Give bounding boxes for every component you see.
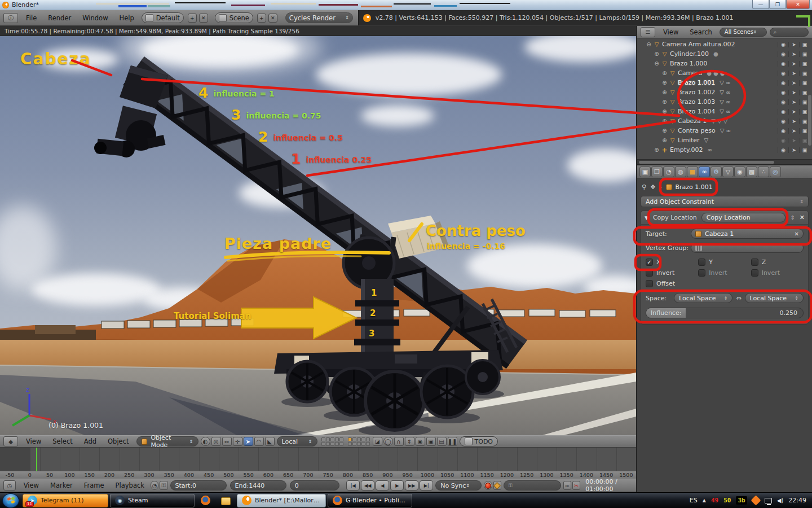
editor-type-button[interactable]: ⓘ [3,13,18,23]
menu-view[interactable]: View [657,28,684,36]
auto-keyframe-button[interactable] [484,481,492,490]
scene-selector[interactable]: Scene [215,12,253,23]
timeline-tracks[interactable] [0,448,636,471]
menu-render[interactable]: Render [42,14,77,22]
cursor-toggle-icon[interactable]: ➤ [788,119,799,124]
tab-constraints[interactable]: ∞ [699,167,710,177]
cursor-toggle-icon[interactable]: ➤ [788,42,799,47]
outliner-item-label[interactable]: Empty.002 [670,146,703,154]
taskbar-button-pinned-firefox[interactable] [196,494,215,507]
manipulate-center-points-button[interactable]: ⇔ [222,437,232,446]
menu-window[interactable]: Window [77,14,113,22]
eye-toggle-icon[interactable]: ◉ [778,99,788,105]
outliner-row[interactable]: ⊕+Empty.002∞◉➤▣ [637,145,812,155]
outliner-item-label[interactable]: Camera Arm altura.002 [662,41,735,48]
viewport-3d[interactable]: x z Cabeza 4influencia = 13influencia = … [0,36,636,435]
taskbar-button-firefox[interactable]: G-Blender • Publicar ... [328,494,412,507]
translate-manipulator-button[interactable]: ✛ [233,437,242,446]
tab-object[interactable]: ■ [687,167,698,177]
prev-keyframe-button[interactable]: ◀◀ [361,480,374,491]
target-field[interactable]: Cabeza 1 ✕ [691,229,804,239]
mode-selector[interactable]: Object Mode ⇕ [136,436,198,446]
cursor-toggle-icon[interactable]: ➤ [788,138,799,143]
network-tray-icon[interactable] [765,498,772,503]
target-space-selector[interactable]: Local Space ⇕ [745,293,804,303]
screen-layout-selector[interactable]: Default [142,12,184,23]
restore-button[interactable]: ❐ [769,0,786,9]
breadcrumb-object[interactable]: Brazo 1.001 [666,183,712,191]
tab-modifiers[interactable]: ⚙ [710,167,722,177]
outliner-row[interactable]: ⊕▽Contra peso▽∞◉➤▣ [637,126,812,135]
render-opengl-button[interactable]: ▣ [426,437,436,446]
menu-frame[interactable]: Frame [78,481,110,489]
rotate-manipulator-button[interactable]: ◠ [254,437,264,446]
menu-select[interactable]: Select [47,437,78,445]
outliner-row[interactable]: ⊕▽Brazo 1.002▽∞◉➤▣ [637,87,812,97]
offset-checkbox[interactable]: Offset [646,280,698,287]
invert-z-checkbox[interactable]: Invert [751,269,804,277]
cursor-toggle-icon[interactable]: ➤ [788,51,799,57]
owner-space-selector[interactable]: Local Space ⇕ [674,293,732,303]
cursor-toggle-icon[interactable]: ➤ [788,109,799,115]
volume-tray-icon[interactable]: ◀) [777,497,784,503]
jump-to-start-button[interactable]: |◀ [346,480,360,491]
tab-material[interactable]: ◉ [734,167,745,177]
eye-toggle-icon[interactable]: ◉ [778,42,788,47]
current-frame-indicator[interactable] [36,448,37,471]
snap-element-button[interactable]: ⇕ [405,437,414,446]
expander-icon[interactable]: ⊕ [661,70,668,76]
language-indicator[interactable]: ES [690,497,698,504]
expander-icon[interactable]: ⊕ [661,128,668,134]
snap-target-button[interactable]: ◉ [416,437,425,446]
eye-toggle-icon[interactable]: ◉ [778,80,788,86]
start-button[interactable] [2,493,19,508]
outliner-search-input[interactable]: ⌕ [770,28,809,37]
expander-icon[interactable]: ⊕ [653,147,660,153]
eye-toggle-icon[interactable]: ◉ [778,109,788,115]
play-button[interactable]: ▶ [390,480,404,491]
outliner-row[interactable]: ⊕▽Brazo 1.004▽∞◉➤▣ [637,107,812,116]
outliner-row[interactable]: ⊕▽Camera●●●◉➤▣ [637,68,812,78]
render-opengl-anim-button[interactable]: ▤ [437,437,447,446]
delete-constraint-button[interactable]: ✕ [800,214,805,221]
menu-marker[interactable]: Marker [45,481,78,489]
taskbar-button-steam[interactable]: Steam [110,494,195,507]
jump-to-end-button[interactable]: ▶| [420,480,433,491]
viewport-shading-button[interactable]: ◐ [201,437,210,446]
tab-scene[interactable]: ◔ [663,167,674,177]
outliner-item-label[interactable]: Brazo 1.004 [678,108,715,115]
menu-search[interactable]: Search [684,28,718,36]
camera-toggle-icon[interactable]: ▣ [799,42,810,47]
pivot-point-button[interactable]: ◎ [211,437,221,446]
layers-grid-1[interactable] [321,437,343,446]
expander-icon[interactable]: ⊖ [645,41,652,47]
constraint-name-field[interactable]: Copy Location [701,213,786,222]
taskbar-button-pinned-explorer[interactable] [217,494,235,507]
window-titlebar[interactable]: Blender* — ❐ ✕ [0,0,812,10]
manipulator-arrow-button[interactable]: ➤ [244,437,253,446]
outliner-item-label[interactable]: Cabeza 1 [678,117,707,125]
outliner-item-label[interactable]: Contra peso [678,127,716,134]
invert-x-checkbox[interactable]: Invert [646,269,698,277]
outliner-hscrollbar[interactable] [637,159,812,164]
eye-toggle-icon[interactable]: ◉ [778,128,788,134]
expander-icon[interactable]: ⊕ [653,51,660,57]
todo-button[interactable]: TODO [460,436,498,446]
outliner-row[interactable]: ⊖▽Camera Arm altura.002◉➤▣ [637,40,812,49]
eye-toggle-icon[interactable]: ◉ [778,61,788,67]
tab-texture[interactable]: ▩ [746,167,757,177]
outliner-item-label[interactable]: Brazo 1.001 [678,79,715,86]
cursor-toggle-icon[interactable]: ➤ [788,128,799,134]
invert-y-checkbox[interactable]: Invert [698,269,751,277]
expander-icon[interactable]: ⊕ [661,80,668,86]
tab-render-layers[interactable]: ❐ [651,167,663,177]
menu-view[interactable]: View [20,437,47,445]
timeline-ruler[interactable]: -500501001502002503003504004505005506006… [0,471,636,479]
taskbar-clock[interactable]: 22:49 [788,497,806,504]
camera-toggle-icon[interactable]: ▣ [799,51,810,57]
tab-world[interactable]: ◍ [675,167,686,177]
eye-toggle-icon[interactable]: ◉ [778,71,788,76]
eye-toggle-icon[interactable]: ◉ [778,51,788,57]
tab-object-data[interactable]: ▽ [722,167,734,177]
influence-slider[interactable]: Influence: 0.250 [646,308,804,318]
